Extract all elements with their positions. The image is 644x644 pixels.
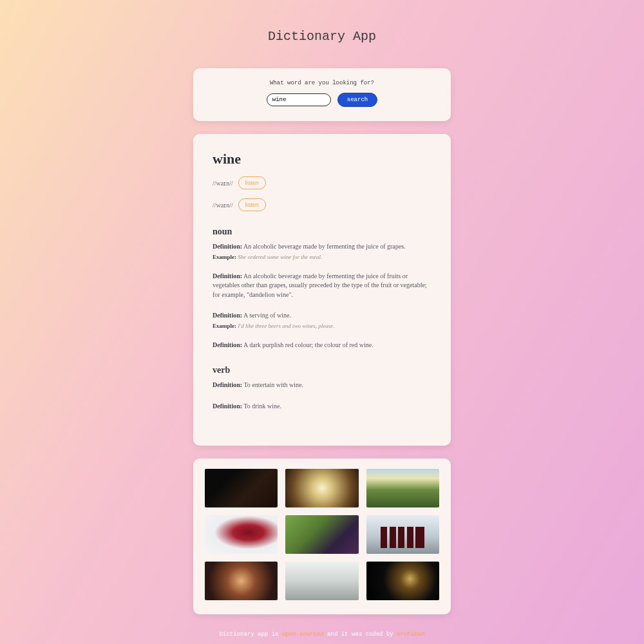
definition-label: Definition:: [213, 402, 242, 410]
search-prompt: What word are you looking for?: [206, 80, 438, 86]
footer-text: and it was coded by: [324, 631, 397, 638]
definition-label: Definition:: [213, 272, 242, 279]
part-of-speech: noun: [213, 227, 431, 237]
phonetic-row: //waɪn// listen: [213, 198, 431, 211]
example-text: She ordered some wine for the meal.: [238, 254, 322, 260]
definition-block: Definition: A serving of wine. Example: …: [213, 311, 431, 329]
definition-block: Definition: An alcoholic beverage made b…: [213, 272, 431, 300]
photo-thumbnail[interactable]: [205, 515, 278, 554]
example-line: Example: She ordered some wine for the m…: [213, 254, 431, 260]
definition-block: Definition: A dark purplish red colour; …: [213, 341, 431, 350]
part-of-speech: verb: [213, 365, 431, 375]
photo-grid: [205, 469, 439, 600]
definition-line: Definition: To entertain with wine.: [213, 381, 431, 390]
definition-text: An alcoholic beverage made by fermenting…: [243, 243, 406, 250]
author-link[interactable]: ArchiGan: [397, 631, 424, 638]
definition-line: Definition: A serving of wine.: [213, 311, 431, 321]
result-card: wine //waɪn// listen //waɪn// listen nou…: [193, 134, 451, 446]
footer-text: Dictionary app is: [220, 631, 282, 638]
definition-line: Definition: A dark purplish red colour; …: [213, 341, 431, 350]
example-line: Example: I'd like three beers and two wi…: [213, 323, 431, 329]
definition-label: Definition:: [213, 312, 242, 319]
definition-block: Definition: To drink wine.: [213, 402, 431, 412]
listen-button[interactable]: listen: [238, 176, 266, 189]
photo-thumbnail[interactable]: [366, 469, 439, 507]
definition-line: Definition: An alcoholic beverage made b…: [213, 242, 431, 252]
page-title: Dictionary App: [193, 29, 451, 44]
definition-block: Definition: An alcoholic beverage made b…: [213, 242, 431, 260]
phonetic-text: //waɪn//: [213, 202, 233, 209]
open-source-link[interactable]: open-sourced: [282, 631, 324, 638]
definition-line: Definition: An alcoholic beverage made b…: [213, 272, 431, 300]
photo-thumbnail[interactable]: [366, 562, 439, 600]
example-label: Example:: [213, 323, 236, 329]
photo-thumbnail[interactable]: [285, 515, 358, 554]
photo-thumbnail[interactable]: [285, 469, 358, 507]
definition-block: Definition: To entertain with wine.: [213, 381, 431, 390]
listen-button[interactable]: listen: [238, 198, 266, 211]
definition-line: Definition: To drink wine.: [213, 402, 431, 412]
definition-label: Definition:: [213, 381, 242, 388]
photo-thumbnail[interactable]: [205, 469, 278, 507]
example-text: I'd like three beers and two wines, plea…: [238, 323, 334, 329]
search-button[interactable]: search: [337, 93, 377, 107]
phonetic-row: //waɪn// listen: [213, 176, 431, 189]
photo-card: [193, 459, 451, 614]
photo-thumbnail[interactable]: [205, 562, 278, 600]
definition-text: To entertain with wine.: [243, 381, 303, 388]
example-label: Example:: [213, 254, 236, 260]
photo-thumbnail[interactable]: [285, 562, 358, 600]
search-card: What word are you looking for? search: [193, 68, 451, 121]
phonetic-text: //waɪn//: [213, 180, 233, 187]
search-row: search: [206, 93, 438, 107]
definition-text: An alcoholic beverage made by fermenting…: [213, 272, 427, 298]
definition-text: A serving of wine.: [243, 312, 291, 319]
photo-thumbnail[interactable]: [366, 515, 439, 554]
definition-label: Definition:: [213, 341, 242, 348]
definition-text: A dark purplish red colour; the colour o…: [243, 341, 374, 348]
entry-word: wine: [213, 151, 431, 167]
definition-label: Definition:: [213, 243, 242, 250]
search-input[interactable]: [267, 93, 331, 106]
footer: Dictionary app is open-sourced and it wa…: [193, 631, 451, 638]
definition-text: To drink wine.: [243, 402, 281, 410]
